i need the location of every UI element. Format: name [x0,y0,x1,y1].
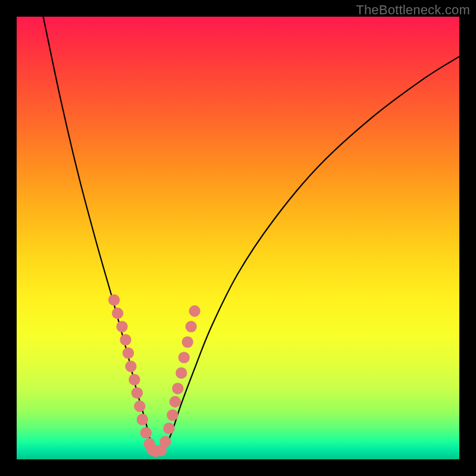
sample-point [131,387,143,399]
sample-point [182,336,193,347]
sample-point [137,414,148,425]
sample-point [125,361,136,372]
sample-point [172,383,183,394]
sample-point [112,308,123,319]
sample-point [116,321,127,332]
watermark-text: TheBottleneck.com [356,2,470,18]
sample-point [140,427,152,439]
plot-area [17,17,459,459]
curve-svg [17,17,459,459]
bottleneck-curve [43,17,459,452]
sample-points [108,294,201,457]
sample-point [163,422,174,434]
sample-point [159,436,171,447]
sample-point [120,334,131,345]
sample-point [189,305,200,317]
sample-point [185,321,196,332]
sample-point [167,409,178,421]
chart-frame: TheBottleneck.com [0,0,476,476]
sample-point [134,400,145,412]
sample-point [178,352,190,363]
sample-point [176,367,187,378]
sample-point [129,374,140,385]
sample-point [123,347,134,359]
sample-point [170,396,181,408]
sample-point [108,294,120,305]
